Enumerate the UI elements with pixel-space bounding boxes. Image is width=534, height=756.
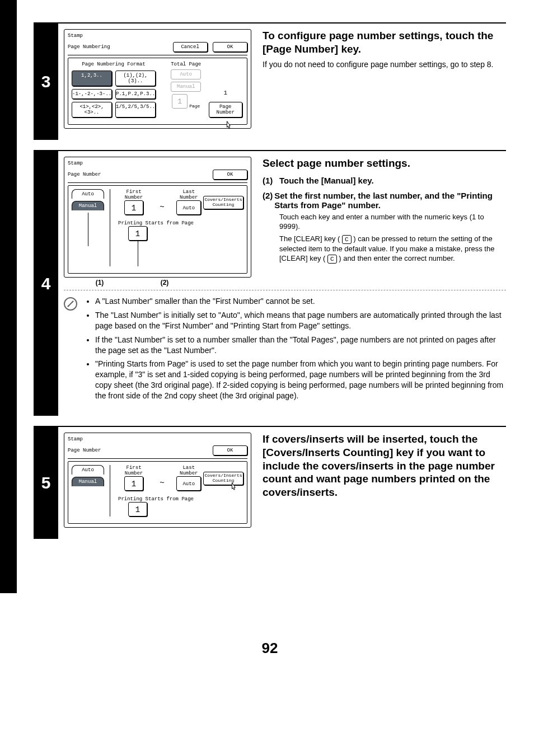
- step3-heading: To configure page number settings, touch…: [263, 29, 506, 56]
- pointer-icon: [223, 120, 234, 132]
- step5-heading: If covers/inserts will be inserted, touc…: [263, 433, 506, 499]
- substep1-num: (1): [263, 176, 279, 185]
- footer-page-number: 92: [34, 640, 506, 657]
- format-label: Page Numbering Format: [72, 62, 156, 67]
- ok-button-5[interactable]: OK: [213, 445, 247, 456]
- settings-zone: First Number 1 ~ Last Number Auto: [110, 189, 203, 266]
- manual-tab[interactable]: Manual: [72, 201, 104, 210]
- note-pencil-icon: [64, 297, 77, 311]
- step4-heading: Select page number settings.: [263, 157, 506, 170]
- first-number-label: First Number: [118, 189, 149, 200]
- notes-block: A "Last Number" smaller than the "First …: [64, 290, 506, 405]
- dialog-stamp-page-numbering: Stamp Page Numbering Cancel OK Page: [64, 29, 251, 129]
- covers-inserts-counting-button[interactable]: Covers/Inserts Counting: [203, 196, 243, 209]
- d2a: The [CLEAR] key (: [279, 234, 340, 243]
- manual-tab-5[interactable]: Manual: [72, 477, 104, 486]
- step3-dialog-column: Stamp Page Numbering Cancel OK Page: [64, 29, 251, 129]
- first-number-label-5: First Number: [118, 465, 149, 476]
- covers-zone-5: Covers/Inserts Counting: [203, 465, 243, 516]
- step3-description: To configure page number settings, touch…: [251, 29, 506, 129]
- format-angle-button[interactable]: <1>,<2>,<3>..: [72, 102, 112, 118]
- d2c: ) and then enter the correct number.: [339, 254, 455, 262]
- tilde-label-5: ~: [160, 478, 164, 491]
- auto-tab[interactable]: Auto: [72, 189, 104, 199]
- settings-stem: [138, 238, 203, 266]
- step5-body: Stamp Page Number OK Auto Manual: [58, 427, 506, 539]
- format-123-button[interactable]: 1,2,3..: [72, 71, 112, 86]
- settings-zone-5: First Number 1 ~ Last Number Auto: [110, 465, 203, 516]
- step-5: 5 Stamp Page Number OK Auto Manual: [34, 426, 506, 539]
- dialog5-subtitle: Page Number: [68, 448, 101, 453]
- substep1-text: Touch the [Manual] key.: [279, 176, 374, 185]
- detail-text-1: Touch each key and enter a number with t…: [279, 212, 506, 232]
- last-number-label: Last Number: [175, 189, 203, 200]
- last-number-auto-button[interactable]: Auto: [176, 200, 201, 215]
- tab-stem: [88, 213, 104, 246]
- substep-2: (2) Set the first number, the last numbe…: [263, 191, 506, 210]
- dialog5-header: Page Number OK: [68, 445, 247, 459]
- step-number-5: 5: [34, 427, 58, 539]
- format-dash-button[interactable]: -1-,-2-,-3-..: [72, 89, 112, 99]
- psfp-input[interactable]: 1: [128, 226, 147, 241]
- step5-description: If covers/inserts will be inserted, touc…: [251, 433, 506, 528]
- covers-zone: Covers/Inserts Counting: [203, 189, 243, 266]
- detail-text-2: The [CLEAR] key ( C ) can be pressed to …: [279, 234, 506, 264]
- step3-body: Stamp Page Numbering Cancel OK Page: [58, 24, 506, 140]
- last-number-label-5: Last Number: [175, 465, 203, 476]
- ok-button[interactable]: OK: [213, 42, 247, 52]
- step4-description: Select page number settings. (1) Touch t…: [251, 157, 506, 287]
- step3-text: If you do not need to configure page num…: [263, 59, 506, 70]
- substep2-text: Set the first number, the last number, a…: [274, 191, 506, 210]
- page-number-button[interactable]: Page Number: [209, 102, 242, 118]
- callout-2: (2): [137, 279, 193, 287]
- psfp-input-5[interactable]: 1: [128, 502, 147, 516]
- substep-1: (1) Touch the [Manual] key.: [263, 176, 506, 185]
- format-p-button[interactable]: P.1,P.2,P.3..: [115, 89, 156, 99]
- step5-dialog-column: Stamp Page Number OK Auto Manual: [64, 433, 251, 528]
- step-3: 3 Stamp Page Numbering Cancel OK: [34, 22, 506, 140]
- one-display-dim: 1: [172, 94, 188, 109]
- dialog4-title: Stamp: [68, 161, 247, 166]
- side-black-tab: [0, 0, 17, 593]
- first-number-input[interactable]: 1: [124, 200, 143, 215]
- ok-button-4[interactable]: OK: [213, 170, 247, 180]
- dialog3-subtitle: Page Numbering: [68, 44, 110, 50]
- dialog4-header: Page Number OK: [68, 170, 247, 183]
- dialog5-inner: Auto Manual First Number 1 ~: [68, 461, 247, 524]
- dialog3-title: Stamp: [68, 33, 247, 39]
- dialog-page-number-5: Stamp Page Number OK Auto Manual: [64, 433, 251, 528]
- psfp-label: Printing Starts from Page: [118, 220, 203, 226]
- dialog3-inner: Page Numbering Format 1,2,3.. (1),(2),(3…: [68, 58, 247, 125]
- format-slash-button[interactable]: 1/5,2/5,3/5..: [115, 102, 156, 118]
- dialog-page-number-4: Stamp Page Number OK Auto Manual: [64, 157, 251, 278]
- total-page-label: Total Page: [167, 62, 205, 67]
- note-4: "Printing Starts from Page" is used to s…: [95, 359, 506, 401]
- note-2: The "Last Number" is initially set to "A…: [95, 310, 506, 331]
- page-unit-label: Page: [189, 104, 200, 109]
- step4-body: Stamp Page Number OK Auto Manual: [58, 151, 506, 416]
- psfp-label-5: Printing Starts from Page: [118, 496, 203, 502]
- format-paren-button[interactable]: (1),(2),(3)..: [115, 71, 156, 86]
- manual-button-dim: Manual: [171, 82, 201, 92]
- note-3: If the "Last Number" is set to a number …: [95, 335, 506, 356]
- dialog3-header-buttons: Cancel OK: [173, 42, 247, 52]
- format-button-grid: 1,2,3.. (1),(2),(3).. -1-,-2-,-3-.. P.1,…: [72, 71, 156, 118]
- dialog4-subtitle: Page Number: [68, 172, 101, 177]
- pointer-icon-5: [228, 482, 239, 493]
- callout-1: (1): [79, 279, 120, 287]
- tab-column-5: Auto Manual: [72, 465, 104, 516]
- total-page-zone: Total Page Auto Manual 1 Page: [167, 62, 205, 118]
- step-number-4: 4: [34, 151, 58, 416]
- tilde-label: ~: [160, 203, 164, 215]
- right-zone: 1 Page Number: [207, 62, 243, 118]
- clear-key-icon-2: C: [327, 255, 337, 264]
- cancel-button[interactable]: Cancel: [173, 42, 208, 52]
- step-number-3: 3: [34, 24, 58, 140]
- content-area: 3 Stamp Page Numbering Cancel OK: [34, 22, 506, 657]
- first-number-input-5[interactable]: 1: [124, 476, 143, 491]
- last-number-auto-button-5[interactable]: Auto: [176, 476, 201, 491]
- dialog3-header: Page Numbering Cancel OK: [68, 42, 247, 55]
- format-zone: Page Numbering Format 1,2,3.. (1),(2),(3…: [72, 62, 156, 118]
- auto-tab-5[interactable]: Auto: [72, 465, 104, 475]
- note-1: A "Last Number" smaller than the "First …: [95, 296, 506, 307]
